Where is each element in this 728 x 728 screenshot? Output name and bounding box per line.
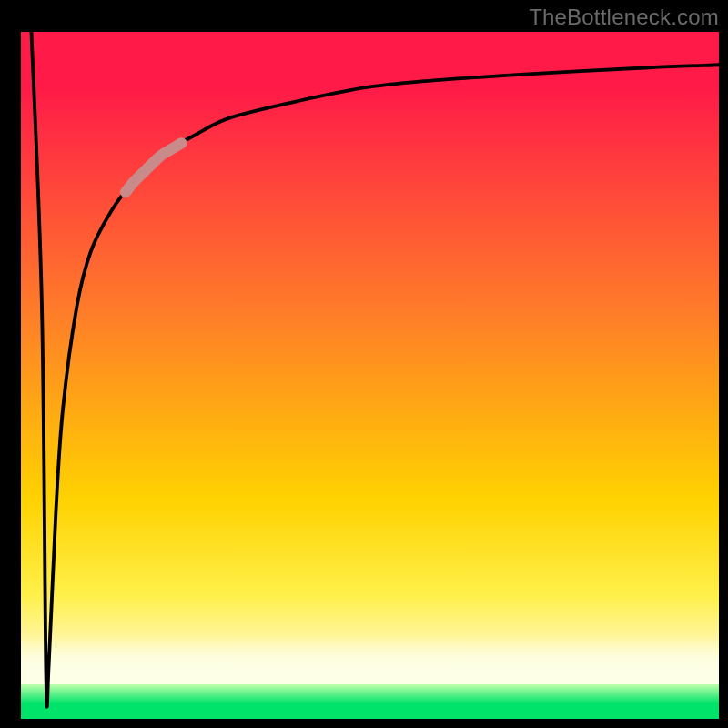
plot-area <box>21 32 719 719</box>
watermark-text: TheBottleneck.com <box>529 5 719 30</box>
chart-root: TheBottleneck.com <box>0 0 728 728</box>
bottleneck-curve <box>32 32 719 707</box>
curve-layer <box>21 32 719 719</box>
plot-inner <box>21 32 719 719</box>
curve-highlight <box>126 143 181 192</box>
